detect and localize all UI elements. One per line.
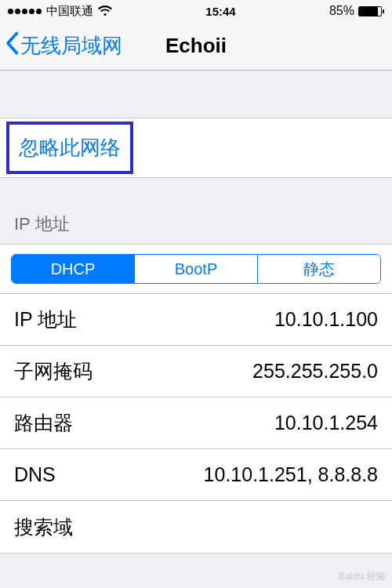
page-title: Echoii [165,34,227,58]
ip-mode-segmented: DHCP BootP 静态 [11,254,381,284]
row-ip-address[interactable]: IP 地址 10.10.1.100 [0,294,392,346]
chevron-left-icon [5,31,19,60]
battery-pct-label: 85% [329,4,354,18]
row-label: DNS [14,463,56,486]
segment-static[interactable]: 静态 [258,255,380,283]
segmented-container: DHCP BootP 静态 [0,244,392,293]
status-bar: 中国联通 15:44 85% [0,0,392,22]
row-label: 搜索域 [14,514,73,540]
status-left: 中国联通 [8,4,112,19]
spacer [0,71,392,118]
forget-network-button[interactable]: 忽略此网络 [6,122,133,174]
row-value: 10.10.1.100 [274,308,378,331]
battery-icon [358,6,384,16]
back-label: 无线局域网 [20,32,122,60]
battery-fill [359,7,378,16]
spacer [0,178,392,212]
cellular-signal-icon [8,9,42,14]
row-value: 255.255.255.0 [252,360,378,383]
segment-dhcp[interactable]: DHCP [12,255,135,283]
section-header-ip: IP 地址 [0,212,392,244]
ip-details-list: IP 地址 10.10.1.100 子网掩码 255.255.255.0 路由器… [0,293,392,554]
row-subnet-mask[interactable]: 子网掩码 255.255.255.0 [0,346,392,397]
row-value: 10.10.1.251, 8.8.8.8 [204,463,378,486]
segment-bootp[interactable]: BootP [135,255,258,283]
back-button[interactable]: 无线局域网 [0,31,122,60]
forget-network-cell: 忽略此网络 [0,118,392,178]
row-value: 10.10.1.254 [274,412,378,434]
watermark: Baidu 经验 [338,570,386,583]
carrier-label: 中国联通 [46,4,93,19]
row-label: 子网掩码 [14,358,93,384]
row-dns[interactable]: DNS 10.10.1.251, 8.8.8.8 [0,449,392,501]
row-search-domains[interactable]: 搜索域 [0,501,392,553]
row-router[interactable]: 路由器 10.10.1.254 [0,397,392,449]
status-right: 85% [329,4,384,18]
clock-label: 15:44 [205,5,235,18]
nav-bar: 无线局域网 Echoii [0,22,392,71]
wifi-icon [98,5,112,16]
row-label: 路由器 [14,410,73,436]
row-label: IP 地址 [14,307,77,332]
